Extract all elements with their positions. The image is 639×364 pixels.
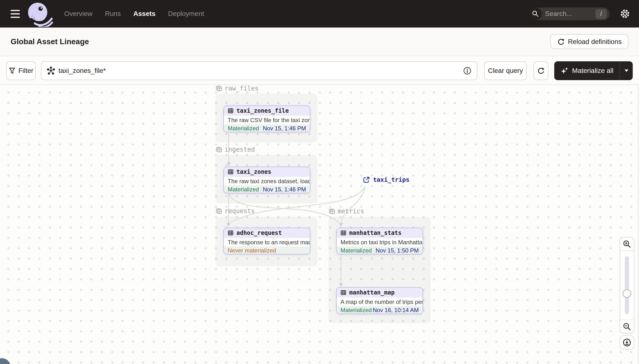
asset-node-footer: Materialized Nov 15, 1:46 PM [224,124,310,132]
group-label-raw-files: raw_files [215,85,259,92]
table-icon [228,230,234,236]
reload-definitions-button[interactable]: Reload definitions [550,34,628,49]
recenter-icon [622,338,631,347]
refresh-graph-button[interactable] [533,61,548,80]
group-label-metrics: metrics [328,208,364,215]
zoom-in-button[interactable] [620,238,634,251]
zoom-slider[interactable] [620,251,634,320]
asset-lineage-graph[interactable]: raw_files ingested requests metrics [0,85,639,364]
materialize-all-button[interactable]: Materialize all [554,61,620,80]
materialization-timestamp: Nov 16, 10:14 AM [373,307,419,314]
asset-node-manhattan-stats[interactable]: manhattan_stats Metrics on taxi trips in… [336,228,423,254]
settings-gear-icon[interactable] [618,6,632,21]
materialize-all-split-button: Materialize all [554,61,633,80]
primary-nav: Overview Runs Assets Deployment [64,10,204,18]
search-icon [529,8,542,20]
zoom-slider-track[interactable] [625,256,629,314]
recenter-view-button[interactable] [620,336,634,350]
table-icon [341,230,346,236]
status-badge: Materialized [228,125,259,132]
asset-node-title: adhoc_request [236,230,282,236]
sparkle-icon [560,66,569,75]
asset-node-description: The raw CSV file for the taxi zones dat.… [224,116,310,124]
zoom-out-icon [623,322,631,331]
status-badge: Materialized [341,307,372,314]
global-search[interactable]: / [529,8,609,20]
search-shortcut-badge: / [595,9,607,19]
vertical-scrollbar [638,85,639,364]
asset-node-description: The raw taxi zones dataset, loaded int..… [224,177,310,186]
refresh-icon [537,67,545,74]
asset-node-taxi-zones[interactable]: taxi_zones The raw taxi zones dataset, l… [223,166,310,193]
asset-node-footer: Materialized Nov 15, 1:46 PM [224,186,310,193]
page-header: Global Asset Lineage Reload definitions [0,28,639,56]
asset-node-taxi-zones-file[interactable]: taxi_zones_file The raw CSV file for the… [223,106,310,132]
nav-item-runs[interactable]: Runs [105,10,121,18]
open-in-new-icon [363,176,370,183]
asset-node-title: manhattan_map [349,289,395,296]
asset-node-manhattan-map[interactable]: manhattan_map A map of the number of tri… [336,287,423,314]
asset-node-header: adhoc_request [224,228,310,238]
lineage-toolbar: Filter Clear query [0,57,639,85]
status-badge: Never materialized [228,247,276,254]
zoom-in-icon [623,240,631,248]
table-icon [228,169,234,175]
asset-query-field[interactable] [41,61,477,80]
group-grid-icon [215,85,222,92]
group-grid-icon [215,146,222,153]
asset-node-header: manhattan_map [337,288,423,298]
status-badge: Materialized [228,186,259,193]
asset-node-adhoc-request[interactable]: adhoc_request The response to an request… [223,228,310,254]
asset-node-footer: Materialized Nov 15, 1:50 PM [337,247,423,254]
external-asset-taxi-trips[interactable]: taxi_trips [363,176,410,183]
materialization-timestamp: Nov 15, 1:46 PM [263,125,306,132]
table-icon [341,290,346,296]
asset-node-description: The response to an request made in th... [224,238,310,247]
group-grid-icon [215,208,222,214]
chevron-down-icon [624,70,628,72]
zoom-control-panel [620,237,634,334]
nav-item-assets[interactable]: Assets [133,10,156,18]
asset-node-footer: Never materialized [224,247,310,254]
search-input[interactable] [545,10,588,18]
table-icon [228,108,234,114]
asset-node-header: taxi_zones [224,167,310,177]
asset-node-title: taxi_zones [236,168,271,175]
filter-funnel-icon [9,67,16,74]
nav-item-overview[interactable]: Overview [64,10,93,18]
clear-query-button[interactable]: Clear query [484,61,527,80]
hamburger-menu-icon[interactable] [7,5,25,22]
lineage-edges [0,85,639,364]
asset-node-description: A map of the number of trips per taxi z.… [337,298,423,306]
group-label-requests: requests [215,207,255,214]
asset-query-input[interactable] [59,67,463,74]
asset-node-title: taxi_zones_file [236,108,289,114]
status-badge: Materialized [341,247,372,254]
materialization-timestamp: Nov 15, 1:46 PM [263,186,306,193]
materialize-options-caret[interactable] [620,61,633,80]
info-icon[interactable] [463,66,472,75]
op-selector-icon [47,66,55,75]
asset-node-description: Metrics on taxi trips in Manhattan [337,238,423,247]
page-title: Global Asset Lineage [11,37,89,46]
refresh-icon [557,38,565,46]
group-grid-icon [328,208,335,214]
nav-item-deployment[interactable]: Deployment [168,10,204,18]
top-nav-bar: Overview Runs Assets Deployment / [0,0,639,28]
group-label-ingested: ingested [215,146,255,153]
asset-node-footer: Materialized Nov 16, 10:14 AM [337,306,423,314]
filter-button[interactable]: Filter [6,61,36,80]
dagster-logo-icon[interactable] [25,1,54,27]
materialization-timestamp: Nov 15, 1:50 PM [376,247,419,254]
asset-node-header: manhattan_stats [337,228,423,238]
asset-node-header: taxi_zones_file [224,106,310,116]
asset-node-title: manhattan_stats [349,230,402,236]
corner-widget-sliver [0,358,11,364]
zoom-out-button[interactable] [620,320,634,333]
zoom-slider-handle[interactable] [622,289,631,298]
